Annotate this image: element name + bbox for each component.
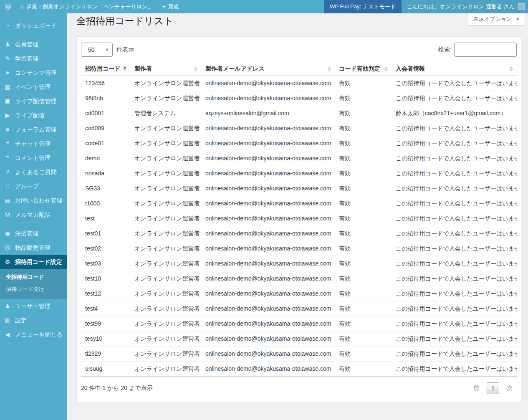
cell-creator: オンラインサロン運営者 [130, 226, 201, 241]
table-info: 20 件中 1 から 20 まで表示 [81, 385, 153, 392]
wordpress-logo-icon: Ⓦ [5, 3, 11, 11]
cell-email: onlinesalon-demo@okyakusama-otoiawase.co… [201, 361, 335, 376]
page-length-control: 50 ∨ 件表示 [81, 43, 134, 57]
cell-code: test03 [81, 256, 130, 271]
cell-email: onlinesalon-demo@okyakusama-otoiawase.co… [201, 331, 335, 346]
sidebar-subitem-all-invite-codes[interactable]: 全招待用コード [0, 271, 67, 283]
sidebar-item-forum[interactable]: ≡フォーラム管理 [0, 122, 67, 137]
sidebar-item-payments[interactable]: ◉決済管理 [0, 226, 67, 240]
cell-valid: 有効 [335, 301, 392, 316]
pagination-prev[interactable]: 前 [469, 382, 483, 394]
cell-code: test02 [81, 241, 130, 256]
cell-member: この招待用コードで入会したユーザーはいません [392, 361, 517, 376]
column-header-email[interactable]: 製作者メールアドレス [201, 62, 335, 76]
search-input[interactable] [454, 43, 517, 57]
cell-email: onlinesalon-demo@okyakusama-otoiawase.co… [201, 256, 335, 271]
sidebar-item-collapse-menu[interactable]: ◀メニューを閉じる [0, 327, 67, 342]
sidebar-item-events[interactable]: ▦イベント管理 [0, 80, 67, 94]
sidebar-item-faq[interactable]: ？よくあるご質問 [0, 165, 67, 179]
cell-member: この招待用コードで入会したユーザーはいません [392, 196, 517, 211]
site-name-menu[interactable]: ⌂ 起業・創業オンラインサロン「ベンチャーサロン」 [15, 0, 158, 13]
cell-member: この招待用コードで入会したユーザーはいません [392, 181, 517, 196]
cell-creator: オンラインサロン運営者 [130, 91, 201, 106]
cell-creator: オンラインサロン運営者 [130, 241, 201, 256]
pagination: 前 1 次 [469, 382, 517, 394]
sidebar-item-invite-codes[interactable]: ⚙招待用コード設定 [0, 255, 67, 269]
sidebar-item-live-stream[interactable]: ▶ライブ配信 [0, 108, 67, 122]
cell-creator: オンラインサロン運営者 [130, 211, 201, 226]
sort-icons [328, 66, 331, 71]
table-row: cod009オンラインサロン運営者onlinesalon-demo@okyaku… [81, 121, 517, 136]
sort-icons [384, 66, 388, 71]
sidebar-item-dashboard[interactable]: ◔ダッシュボード [0, 18, 67, 33]
sidebar-menu: ◔ダッシュボード♟会員管理✎学習管理➤コンテンツ管理▦イベント管理▣ライブ配信管… [0, 13, 67, 342]
cell-creator: オンラインサロン運営者 [130, 301, 201, 316]
table-row: SG33オンラインサロン運営者onlinesalon-demo@okyakusa… [81, 181, 517, 196]
sidebar-item-label: 学習管理 [15, 55, 38, 62]
column-header-member[interactable]: 入会者情報 [392, 62, 517, 76]
search-label: 検索: [438, 46, 452, 53]
new-content-menu[interactable]: + 新規 [158, 0, 184, 13]
cell-valid: 有効 [335, 121, 392, 136]
sidebar-item-users[interactable]: ♟ユーザー管理 [0, 299, 67, 313]
sidebar-item-newsletter[interactable]: Mメルマガ配信 [0, 207, 67, 222]
table-footer: 20 件中 1 から 20 まで表示 前 1 次 [81, 377, 517, 398]
sidebar-item-label: メニューを閉じる [15, 331, 63, 338]
screen-options-button[interactable]: 表示オプション ▼ [468, 13, 525, 25]
account-menu[interactable]: こんにちは、オンラインサロン 運営者 さん [402, 0, 528, 13]
sidebar-item-contents[interactable]: ➤コンテンツ管理 [0, 66, 67, 80]
sort-asc-icon [123, 66, 126, 68]
table-row: cd0001管理者システムaqzsys+onlinesalon@gmail.co… [81, 106, 517, 121]
faq-icon: ？ [3, 168, 12, 176]
column-label: 入会者情報 [396, 65, 425, 72]
column-label: コード有効判定 [339, 65, 380, 72]
sidebar-item-learning[interactable]: ✎学習管理 [0, 51, 67, 66]
sidebar-item-label: フォーラム管理 [15, 126, 56, 133]
sidebar-item-live-stream-admin[interactable]: ▣ライブ配信管理 [0, 94, 67, 108]
sidebar-item-groups[interactable]: ∷グループ [0, 179, 67, 193]
members-icon: ♟ [3, 40, 12, 48]
sidebar-item-inquiries[interactable]: ▤お問い合わせ管理 [0, 193, 67, 207]
cell-email: onlinesalon-demo@okyakusama-otoiawase.co… [201, 151, 335, 166]
pagination-next[interactable]: 次 [503, 382, 517, 394]
contents-icon: ➤ [3, 69, 12, 76]
sidebar-item-members[interactable]: ♟会員管理 [0, 37, 67, 51]
table-row: ti2329オンラインサロン運営者onlinesalon-demo@okyaku… [81, 346, 517, 361]
wp-logo-menu[interactable]: Ⓦ [0, 0, 15, 13]
cell-code: tesy10 [81, 331, 130, 346]
table-row: t1000オンラインサロン運営者onlinesalon-demo@okyakus… [81, 196, 517, 211]
cell-creator: オンラインサロン運営者 [130, 181, 201, 196]
column-header-valid[interactable]: コード有効判定 [335, 62, 392, 76]
pagination-page-1[interactable]: 1 [487, 382, 499, 394]
sidebar-item-label: 物品販売管理 [15, 244, 50, 251]
cell-creator: オンラインサロン運営者 [130, 136, 201, 151]
comment-icon: ❞ [3, 154, 12, 162]
sort-asc-icon [384, 66, 388, 68]
search-control: 検索: [438, 43, 517, 57]
cell-valid: 有効 [335, 196, 392, 211]
sidebar-item-settings[interactable]: ▥設定 [0, 313, 67, 327]
column-label: 招待用コード [85, 65, 121, 72]
learning-icon: ✎ [3, 55, 12, 62]
cell-email: onlinesalon-demo@okyakusama-otoiawase.co… [201, 121, 335, 136]
column-header-creator[interactable]: 製作者 [130, 62, 201, 76]
chat-icon: ❝ [3, 140, 12, 147]
table-row: test10オンラインサロン運営者onlinesalon-demo@okyaku… [81, 271, 517, 286]
wp-full-pay-test-mode-badge[interactable]: WP Full Pay: テストモード [324, 0, 402, 13]
column-header-code[interactable]: 招待用コード [81, 62, 130, 76]
sidebar-subitem-issue-invite-code[interactable]: 招待コード発行 [0, 283, 67, 295]
sort-desc-icon [123, 69, 126, 71]
cell-valid: 有効 [335, 166, 392, 181]
cell-valid: 有効 [335, 211, 392, 226]
cell-email: onlinesalon-demo@okyakusama-otoiawase.co… [201, 181, 335, 196]
cell-creator: オンラインサロン運営者 [130, 166, 201, 181]
sidebar-item-chat[interactable]: ❝チャット管理 [0, 137, 67, 151]
invite-code-icon: ⚙ [3, 258, 12, 266]
admin-sidebar: ◔ダッシュボード♟会員管理✎学習管理➤コンテンツ管理▦イベント管理▣ライブ配信管… [0, 13, 67, 420]
page-length-select[interactable]: 50 ∨ [81, 43, 113, 57]
payment-icon: ◉ [3, 230, 12, 237]
sidebar-item-goods[interactable]: Ⓢ物品販売管理 [0, 240, 67, 255]
sidebar-item-comments[interactable]: ❞コメント管理 [0, 151, 67, 165]
cell-code: cod009 [81, 121, 130, 136]
cell-email: onlinesalon-demo@okyakusama-otoiawase.co… [201, 226, 335, 241]
